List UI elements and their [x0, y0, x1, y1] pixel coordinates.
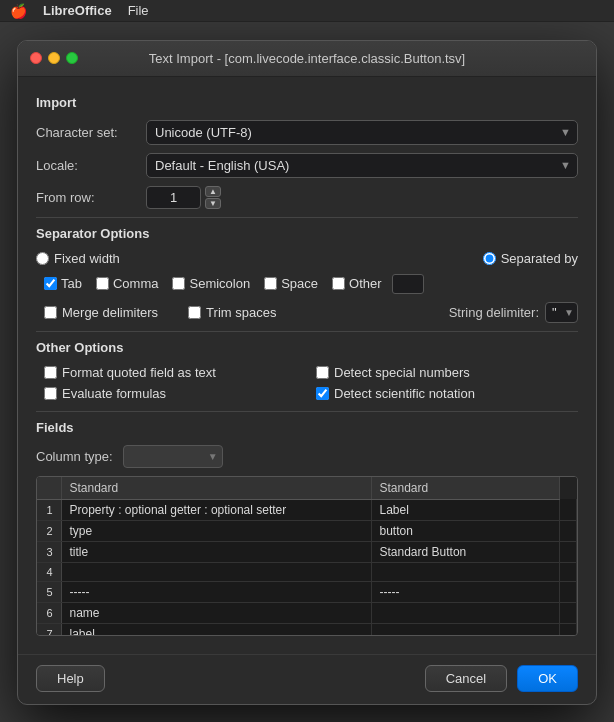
merge-delimiters-checkbox[interactable]	[44, 306, 57, 319]
minimize-button[interactable]	[48, 52, 60, 64]
col2-cell	[371, 623, 560, 636]
tab-option[interactable]: Tab	[44, 276, 82, 291]
trim-spaces-option[interactable]: Trim spaces	[188, 305, 276, 320]
table-row[interactable]: 6 name	[37, 602, 577, 623]
help-button[interactable]: Help	[36, 665, 105, 692]
separated-by-option[interactable]: Separated by	[483, 251, 578, 266]
footer-right: Cancel OK	[425, 665, 578, 692]
other-checkbox[interactable]	[332, 277, 345, 290]
semicolon-option[interactable]: Semicolon	[172, 276, 250, 291]
column-type-select[interactable]	[123, 445, 223, 468]
table-row[interactable]: 5 ----- -----	[37, 581, 577, 602]
other-options-grid: Format quoted field as text Detect speci…	[44, 365, 578, 401]
scrollbar-cell	[560, 602, 577, 623]
table-row[interactable]: 4	[37, 562, 577, 581]
tab-label: Tab	[61, 276, 82, 291]
table-row[interactable]: 1 Property : optional getter : optional …	[37, 499, 577, 520]
string-delimiter-label: String delimiter:	[449, 305, 539, 320]
cancel-button[interactable]: Cancel	[425, 665, 507, 692]
tab-checkbox[interactable]	[44, 277, 57, 290]
locale-row: Locale: Default - English (USA) ▼	[36, 153, 578, 178]
table-row[interactable]: 2 type button	[37, 520, 577, 541]
data-table[interactable]: Standard Standard 1 Property : optional …	[36, 476, 578, 636]
col1-cell: name	[61, 602, 371, 623]
row-number: 4	[37, 562, 61, 581]
table-row[interactable]: 7 label	[37, 623, 577, 636]
other-option[interactable]: Other	[332, 276, 382, 291]
comma-label: Comma	[113, 276, 159, 291]
fields-section-label: Fields	[36, 420, 578, 435]
table-row[interactable]: 3 title Standard Button	[37, 541, 577, 562]
col1-header[interactable]: Standard	[61, 477, 371, 500]
scrollbar-cell	[560, 541, 577, 562]
from-row-input[interactable]: 1	[146, 186, 201, 209]
row-number: 1	[37, 499, 61, 520]
detect-scientific-label: Detect scientific notation	[334, 386, 475, 401]
col2-cell	[371, 562, 560, 581]
col1-cell: -----	[61, 581, 371, 602]
maximize-button[interactable]	[66, 52, 78, 64]
row-number: 3	[37, 541, 61, 562]
fixed-width-option[interactable]: Fixed width	[36, 251, 120, 266]
space-checkbox[interactable]	[264, 277, 277, 290]
trim-spaces-checkbox[interactable]	[188, 306, 201, 319]
scrollbar-cell	[560, 520, 577, 541]
other-input[interactable]	[392, 274, 424, 294]
detect-special-option[interactable]: Detect special numbers	[316, 365, 578, 380]
separated-by-label: Separated by	[501, 251, 578, 266]
comma-option[interactable]: Comma	[96, 276, 159, 291]
close-button[interactable]	[30, 52, 42, 64]
string-delimiter-select[interactable]: "	[545, 302, 578, 323]
separated-by-radio[interactable]	[483, 252, 496, 265]
ok-button[interactable]: OK	[517, 665, 578, 692]
col2-cell	[371, 602, 560, 623]
dialog-window: Text Import - [com.livecode.interface.cl…	[17, 40, 597, 705]
spinner-buttons: ▲ ▼	[205, 186, 221, 209]
column-type-label: Column type:	[36, 449, 113, 464]
footer: Help Cancel OK	[18, 654, 596, 704]
space-option[interactable]: Space	[264, 276, 318, 291]
fixed-width-radio[interactable]	[36, 252, 49, 265]
charset-select-wrap: Unicode (UTF-8) ▼	[146, 120, 578, 145]
separator-section-label: Separator Options	[36, 226, 578, 241]
column-type-row: Column type: ▼	[36, 445, 578, 468]
row-number: 2	[37, 520, 61, 541]
detect-scientific-option[interactable]: Detect scientific notation	[316, 386, 578, 401]
col1-cell	[61, 562, 371, 581]
scrollbar-cell	[560, 499, 577, 520]
spinner-down-button[interactable]: ▼	[205, 198, 221, 209]
detect-scientific-checkbox[interactable]	[316, 387, 329, 400]
row-number: 7	[37, 623, 61, 636]
file-menu[interactable]: File	[128, 3, 149, 18]
locale-select[interactable]: Default - English (USA)	[146, 153, 578, 178]
col2-header[interactable]: Standard	[371, 477, 560, 500]
row-num-header	[37, 477, 61, 500]
format-quoted-option[interactable]: Format quoted field as text	[44, 365, 306, 380]
col1-cell: Property : optional getter : optional se…	[61, 499, 371, 520]
spinner-up-button[interactable]: ▲	[205, 186, 221, 197]
comma-checkbox[interactable]	[96, 277, 109, 290]
locale-label: Locale:	[36, 158, 146, 173]
col2-cell: button	[371, 520, 560, 541]
evaluate-formulas-checkbox[interactable]	[44, 387, 57, 400]
merge-delimiters-option[interactable]: Merge delimiters	[44, 305, 158, 320]
charset-select[interactable]: Unicode (UTF-8)	[146, 120, 578, 145]
space-label: Space	[281, 276, 318, 291]
trim-spaces-label: Trim spaces	[206, 305, 276, 320]
format-quoted-checkbox[interactable]	[44, 366, 57, 379]
row-number: 6	[37, 602, 61, 623]
col2-cell: Standard Button	[371, 541, 560, 562]
scrollbar-cell	[560, 623, 577, 636]
apple-icon[interactable]: 🍎	[10, 3, 27, 19]
app-name[interactable]: LibreOffice	[43, 3, 112, 18]
evaluate-formulas-option[interactable]: Evaluate formulas	[44, 386, 306, 401]
string-delimiter-group: String delimiter: " ▼	[449, 302, 578, 323]
semicolon-checkbox[interactable]	[172, 277, 185, 290]
col1-cell: label	[61, 623, 371, 636]
locale-select-wrap: Default - English (USA) ▼	[146, 153, 578, 178]
col1-cell: title	[61, 541, 371, 562]
merge-delimiters-label: Merge delimiters	[62, 305, 158, 320]
detect-special-checkbox[interactable]	[316, 366, 329, 379]
fields-section: Fields Column type: ▼ Standard	[36, 420, 578, 636]
from-row-label: From row:	[36, 190, 146, 205]
